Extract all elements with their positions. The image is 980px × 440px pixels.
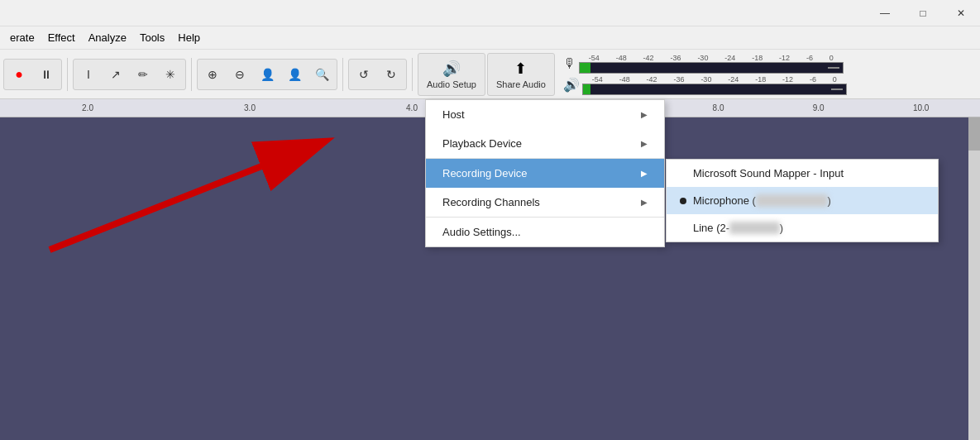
sep2 bbox=[191, 58, 192, 91]
menu-erate[interactable]: erate bbox=[3, 29, 41, 46]
recording-device-label: Recording Device bbox=[442, 167, 528, 179]
arrow-overlay bbox=[0, 117, 430, 283]
vu-playback-row: 🔊 -54-48-42-36-30-24-18-12-60 bbox=[563, 75, 847, 95]
maximize-button[interactable]: □ bbox=[904, 0, 942, 26]
line-blurred: XXXXXXX bbox=[729, 222, 780, 234]
fit-project-button[interactable]: 👤 bbox=[281, 61, 308, 88]
share-audio-icon: ⬆ bbox=[514, 60, 527, 78]
vu-meters-area: 🎙 -54-48-42-36-30-24-18-12-60 🔊 -54-48-4… bbox=[563, 54, 847, 95]
close-button[interactable]: ✕ bbox=[942, 0, 980, 26]
zoom-in-button[interactable]: ⊕ bbox=[199, 61, 226, 88]
ruler-mark-10: 10.0 bbox=[913, 103, 929, 112]
toolbar: ● ⏸ I ↗ ✏ ✳ ⊕ ⊖ 👤 👤 🔍 ↺ ↻ 🔊 Audio Setup … bbox=[0, 50, 980, 99]
zoom-out-button[interactable]: ⊖ bbox=[227, 61, 253, 88]
multi-tool[interactable]: ✳ bbox=[157, 61, 184, 88]
svg-line-1 bbox=[50, 142, 323, 250]
playback-device-label: Playback Device bbox=[442, 137, 522, 150]
draw-tool[interactable]: ✏ bbox=[130, 61, 156, 88]
ruler-mark-3: 3.0 bbox=[244, 103, 256, 112]
host-chevron: ▶ bbox=[641, 110, 648, 119]
line-dot bbox=[680, 225, 686, 232]
transport-group: ● ⏸ bbox=[3, 59, 62, 90]
audio-setup-label: Audio Setup bbox=[427, 79, 476, 89]
scrollbar-thumb[interactable] bbox=[968, 117, 980, 151]
menu-tools[interactable]: Tools bbox=[133, 29, 171, 46]
submenu-item-line[interactable]: Line (2-XXXXXXX) bbox=[667, 214, 938, 242]
vu-record-meter bbox=[579, 62, 844, 74]
minimize-button[interactable]: — bbox=[866, 0, 904, 26]
submenu-item-microphone[interactable]: Microphone (XXXXXXXXXX) bbox=[667, 187, 938, 214]
audio-settings-label: Audio Settings... bbox=[442, 226, 521, 238]
menu-bar: erate Effect Analyze Tools Help bbox=[0, 26, 980, 50]
submenu-item-mapper[interactable]: Microsoft Sound Mapper - Input bbox=[667, 160, 938, 187]
recording-device-chevron: ▶ bbox=[641, 169, 648, 178]
select-tool[interactable]: I bbox=[75, 61, 102, 88]
ruler-mark-2: 2.0 bbox=[82, 103, 93, 112]
menu-option-recording-channels[interactable]: Recording Channels ▶ bbox=[426, 188, 664, 218]
ruler-right: 8.0 9.0 10.0 bbox=[662, 103, 980, 112]
audio-setup-dropdown: Host ▶ Playback Device ▶ Recording Devic… bbox=[425, 99, 665, 247]
undo-button[interactable]: ↺ bbox=[351, 61, 377, 88]
host-label: Host bbox=[442, 108, 465, 121]
share-audio-label: Share Audio bbox=[496, 79, 546, 89]
menu-option-host[interactable]: Host ▶ bbox=[426, 100, 664, 129]
sep1 bbox=[67, 58, 68, 91]
vu-playback-meter bbox=[582, 84, 847, 95]
zoom-toggle-button[interactable]: 🔍 bbox=[308, 61, 335, 88]
scrollbar[interactable] bbox=[968, 117, 980, 440]
menu-help[interactable]: Help bbox=[171, 29, 207, 46]
share-audio-button[interactable]: ⬆ Share Audio bbox=[487, 53, 555, 96]
speaker-icon: 🔊 bbox=[563, 77, 580, 93]
line-label: Line (2-XXXXXXX) bbox=[693, 222, 783, 234]
menu-option-audio-settings[interactable]: Audio Settings... bbox=[426, 218, 664, 246]
recording-channels-chevron: ▶ bbox=[641, 198, 648, 207]
microphone-blurred: XXXXXXXXXX bbox=[756, 194, 828, 207]
pause-button[interactable]: ⏸ bbox=[33, 61, 60, 88]
audio-setup-button[interactable]: 🔊 Audio Setup bbox=[418, 53, 485, 96]
undo-group: ↺ ↻ bbox=[348, 59, 407, 90]
menu-option-playback[interactable]: Playback Device ▶ bbox=[426, 129, 664, 159]
menu-analyze[interactable]: Analyze bbox=[82, 29, 133, 46]
ruler-mark-4: 4.0 bbox=[406, 103, 418, 112]
playback-chevron: ▶ bbox=[641, 139, 648, 148]
title-bar: — □ ✕ bbox=[0, 0, 980, 26]
mapper-dot bbox=[680, 170, 686, 177]
vu-record-row: 🎙 -54-48-42-36-30-24-18-12-60 bbox=[563, 54, 847, 74]
envelope-tool[interactable]: ↗ bbox=[103, 61, 129, 88]
microphone-icon: 🎙 bbox=[563, 56, 576, 71]
fit-tracks-button[interactable]: 👤 bbox=[254, 61, 280, 88]
microphone-dot bbox=[680, 198, 686, 204]
ruler-mark-9: 9.0 bbox=[813, 103, 825, 112]
zoom-group: ⊕ ⊖ 👤 👤 🔍 bbox=[197, 59, 337, 90]
recording-device-submenu: Microsoft Sound Mapper - Input Microphon… bbox=[666, 159, 939, 242]
redo-button[interactable]: ↻ bbox=[378, 61, 404, 88]
record-button[interactable]: ● bbox=[6, 61, 32, 88]
sep3 bbox=[342, 58, 343, 91]
menu-effect[interactable]: Effect bbox=[41, 29, 82, 46]
microphone-label: Microphone (XXXXXXXXXX) bbox=[693, 194, 831, 207]
ruler-mark-8: 8.0 bbox=[713, 103, 724, 112]
selection-group: I ↗ ✏ ✳ bbox=[73, 59, 186, 90]
audio-setup-icon: 🔊 bbox=[442, 60, 461, 78]
recording-channels-label: Recording Channels bbox=[442, 196, 540, 208]
window-controls: — □ ✕ bbox=[866, 0, 980, 26]
mapper-label: Microsoft Sound Mapper - Input bbox=[693, 167, 844, 179]
sep4 bbox=[412, 58, 413, 91]
menu-option-recording-device[interactable]: Recording Device ▶ Microsoft Sound Mappe… bbox=[426, 159, 664, 188]
